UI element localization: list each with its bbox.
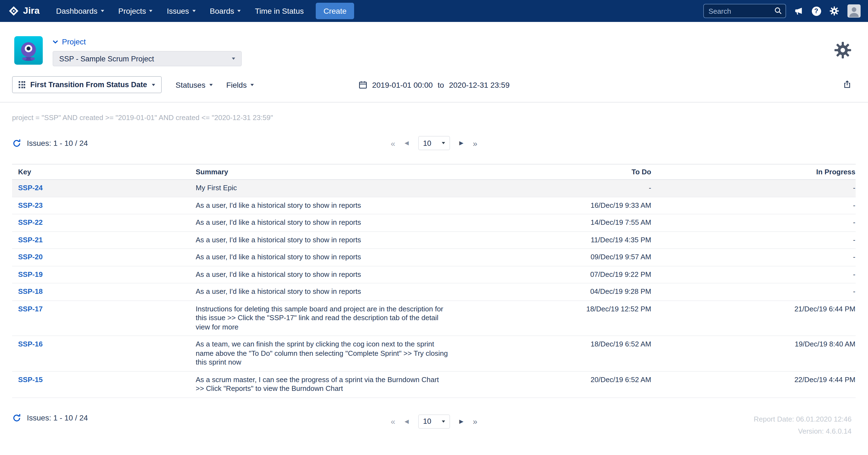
- todo-value: 20/Dec/19 6:52 AM: [459, 371, 651, 397]
- prev-page-button[interactable]: ◀: [405, 140, 409, 146]
- last-page-button[interactable]: »: [473, 417, 477, 425]
- nav-item-dashboards[interactable]: Dashboards: [49, 0, 111, 22]
- report-meta: Report Date: 06.01.2020 12:46 Version: 4…: [754, 413, 851, 437]
- issue-summary: As a user, I'd like a historical story t…: [196, 197, 459, 214]
- date-to: 2020-12-31 23:59: [449, 80, 509, 89]
- settings-gear-icon[interactable]: [834, 41, 851, 61]
- fields-dropdown[interactable]: Fields: [226, 80, 254, 89]
- pagination-top: « ◀ 10 ▶ »: [391, 136, 477, 150]
- chevron-down-icon: [152, 84, 155, 86]
- issue-key-link[interactable]: SSP-18: [18, 287, 43, 296]
- statuses-label: Statuses: [176, 80, 205, 89]
- help-icon[interactable]: ?: [811, 6, 821, 16]
- prev-page-button[interactable]: ◀: [405, 419, 409, 424]
- page-size-select[interactable]: 10: [418, 414, 450, 428]
- table-row: SSP-15As a scrum master, I can see the p…: [12, 371, 856, 397]
- next-page-button[interactable]: ▶: [459, 419, 463, 424]
- nav-item-label: Boards: [210, 7, 234, 16]
- issue-key-link[interactable]: SSP-15: [18, 375, 43, 384]
- nav-item-boards[interactable]: Boards: [203, 0, 248, 22]
- issue-key-link[interactable]: SSP-16: [18, 340, 43, 348]
- nav-item-projects[interactable]: Projects: [111, 0, 160, 22]
- export-icon[interactable]: [842, 80, 851, 89]
- issue-key-link[interactable]: SSP-20: [18, 253, 43, 261]
- version-text: Version: 4.6.0.14: [754, 425, 851, 437]
- gear-icon[interactable]: [829, 6, 839, 16]
- refresh-icon[interactable]: [12, 413, 21, 422]
- inprogress-value: -: [651, 249, 856, 266]
- column-header-key[interactable]: Key: [12, 164, 196, 180]
- issue-summary: As a user, I'd like a historical story t…: [196, 214, 459, 231]
- first-page-button[interactable]: «: [391, 417, 395, 425]
- table-row: SSP-24My First Epic--: [12, 180, 856, 197]
- todo-value: 04/Dec/19 9:28 PM: [459, 283, 651, 300]
- issue-summary: As a user, I'd like a historical story t…: [196, 266, 459, 283]
- page-size-value: 10: [423, 139, 431, 147]
- table-row: SSP-16As a team, we can finish the sprin…: [12, 336, 856, 371]
- todo-value: 18/Dec/19 12:52 PM: [459, 300, 651, 336]
- chevron-down-icon: [209, 84, 212, 86]
- project-avatar[interactable]: [14, 36, 43, 65]
- issue-summary: My First Epic: [196, 180, 459, 197]
- chevron-down-icon: [237, 10, 241, 12]
- chevron-down-icon: [101, 10, 104, 12]
- grid-icon: [19, 82, 25, 88]
- project-label[interactable]: Project: [53, 37, 242, 46]
- issue-key-link[interactable]: SSP-17: [18, 305, 43, 313]
- issues-bar-top: Issues: 1 - 10 / 24 « ◀ 10 ▶ »: [0, 134, 868, 152]
- page-size-select[interactable]: 10: [418, 136, 450, 150]
- inprogress-value: -: [651, 231, 856, 249]
- project-meta: Project SSP - Sample Scrum Project: [53, 36, 242, 66]
- user-avatar[interactable]: [847, 4, 860, 18]
- table-header-row: Key Summary To Do In Progress: [12, 164, 856, 180]
- todo-value: 07/Dec/19 9:22 PM: [459, 266, 651, 283]
- project-label-text: Project: [62, 37, 86, 46]
- statuses-dropdown[interactable]: Statuses: [176, 80, 212, 89]
- table-row: SSP-18As a user, I'd like a historical s…: [12, 283, 856, 300]
- next-page-button[interactable]: ▶: [459, 140, 463, 146]
- last-page-button[interactable]: »: [473, 139, 477, 147]
- project-header: Project SSP - Sample Scrum Project: [0, 22, 868, 73]
- jira-logo-icon: [8, 5, 19, 17]
- person-icon: [847, 4, 860, 18]
- inprogress-value: 21/Dec/19 6:44 PM: [651, 300, 856, 336]
- table-row: SSP-23As a user, I'd like a historical s…: [12, 197, 856, 214]
- announcement-icon[interactable]: [794, 6, 803, 16]
- table-row: SSP-22As a user, I'd like a historical s…: [12, 214, 856, 231]
- column-header-todo[interactable]: To Do: [459, 164, 651, 180]
- report-date-text: Report Date: 06.01.2020 12:46: [754, 413, 851, 425]
- report-type-dropdown[interactable]: First Transition From Status Date: [12, 76, 162, 93]
- create-button[interactable]: Create: [316, 3, 354, 19]
- table-row: SSP-20As a user, I'd like a historical s…: [12, 249, 856, 266]
- search-input[interactable]: [703, 4, 786, 18]
- issue-key-link[interactable]: SSP-23: [18, 201, 43, 209]
- search-icon: [774, 7, 782, 15]
- navbar-left: Jira Dashboards Projects Issues Boards T…: [0, 0, 354, 22]
- issue-summary: As a user, I'd like a historical story t…: [196, 249, 459, 266]
- todo-value: 14/Dec/19 7:55 AM: [459, 214, 651, 231]
- issue-key-link[interactable]: SSP-22: [18, 218, 43, 226]
- issue-summary: As a scrum master, I can see the progres…: [196, 371, 459, 397]
- date-range[interactable]: 2019-01-01 00:00 to 2020-12-31 23:59: [359, 80, 510, 89]
- nav-item-label: Dashboards: [56, 7, 98, 16]
- refresh-icon[interactable]: [12, 139, 21, 148]
- jira-logo[interactable]: Jira: [0, 5, 49, 17]
- column-header-inprogress[interactable]: In Progress: [651, 164, 856, 180]
- issue-key-link[interactable]: SSP-24: [18, 184, 43, 192]
- issues-count-text: Issues: 1 - 10 / 24: [27, 413, 88, 422]
- column-header-summary[interactable]: Summary: [196, 164, 459, 180]
- first-page-button[interactable]: «: [391, 139, 395, 147]
- project-select[interactable]: SSP - Sample Scrum Project: [53, 51, 242, 66]
- table-row: SSP-21As a user, I'd like a historical s…: [12, 231, 856, 249]
- issue-summary: Instructions for deleting this sample bo…: [196, 300, 459, 336]
- nav-item-issues[interactable]: Issues: [160, 0, 203, 22]
- issue-key-link[interactable]: SSP-19: [18, 270, 43, 278]
- issues-count-group: Issues: 1 - 10 / 24: [12, 139, 88, 148]
- issues-bar-bottom: Issues: 1 - 10 / 24 « ◀ 10 ▶ » Report Da…: [0, 413, 868, 437]
- todo-value: 16/Dec/19 9:33 AM: [459, 197, 651, 214]
- top-navbar: Jira Dashboards Projects Issues Boards T…: [0, 0, 868, 22]
- nav-item-time-in-status[interactable]: Time in Status: [248, 0, 311, 22]
- chevron-down-icon: [442, 420, 445, 422]
- issue-key-link[interactable]: SSP-21: [18, 236, 43, 244]
- project-avatar-monster: [14, 36, 43, 65]
